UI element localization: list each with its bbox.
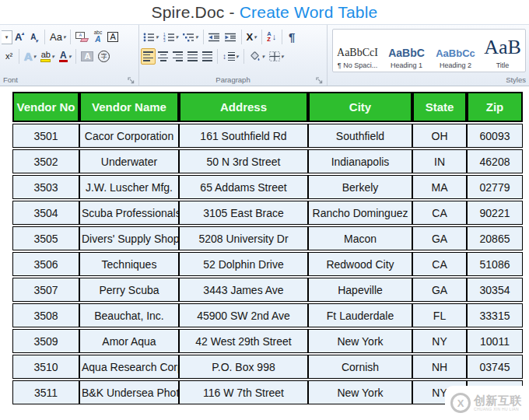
grow-font-button[interactable]: A▴ bbox=[12, 29, 27, 45]
table-cell: 3507 bbox=[12, 278, 79, 302]
page-title: Spire.Doc - Create Word Table bbox=[0, 0, 529, 24]
multilevel-list-button[interactable]: ▾ bbox=[180, 29, 201, 45]
character-border-button[interactable]: A bbox=[105, 29, 120, 45]
superscript-button[interactable]: x² bbox=[2, 48, 16, 65]
align-center-button[interactable] bbox=[156, 48, 170, 65]
table-cell: 161 Southfield Rd bbox=[179, 124, 308, 148]
show-formatting-marks-button[interactable]: ¶ bbox=[285, 29, 300, 45]
font-group-label: Font bbox=[3, 75, 18, 84]
style-heading-1[interactable]: AaBbC Heading 1 bbox=[382, 30, 431, 72]
chevron-down-icon: ▾ bbox=[254, 34, 257, 40]
bullet-list-button[interactable]: ▾ bbox=[141, 29, 161, 45]
font-color-glyph: A bbox=[60, 51, 67, 60]
watermark-logo-icon: X bbox=[450, 393, 471, 413]
table-cell: 3510 bbox=[12, 355, 79, 379]
chevron-down-icon: ▾ bbox=[281, 54, 284, 59]
paragraph-dialog-launcher[interactable] bbox=[316, 77, 323, 84]
phonetic-guide-icon: abc A bbox=[94, 30, 102, 44]
table-cell: Macon bbox=[308, 226, 412, 250]
highlight-icon: ab bbox=[40, 51, 51, 62]
font-size-dropdown-arrow[interactable]: ▾ bbox=[2, 30, 12, 44]
character-shading-icon: A bbox=[81, 51, 93, 61]
text-highlight-button[interactable]: ab ▾ bbox=[38, 48, 57, 65]
distributed-icon bbox=[202, 51, 212, 61]
column-header: City bbox=[308, 92, 412, 122]
table-cell: 3443 James Ave bbox=[179, 278, 308, 302]
column-header: Vendor Name bbox=[79, 92, 179, 122]
table-cell: 3502 bbox=[12, 149, 79, 173]
table-cell: 116 W 7th Street bbox=[179, 380, 308, 404]
shading-button[interactable]: ▾ bbox=[247, 48, 268, 65]
styles-gallery: AaBbCcI ¶ No Spaci... AaBbC Heading 1 Aa… bbox=[332, 29, 526, 72]
table-cell: J.W. Luscher Mfg. bbox=[79, 175, 179, 199]
justify-button[interactable] bbox=[185, 48, 200, 65]
style-no-spacing[interactable]: AaBbCcI ¶ No Spaci... bbox=[333, 30, 382, 72]
enclose-characters-icon: 字 bbox=[98, 51, 110, 62]
numbered-list-icon: 1 2 3 bbox=[163, 33, 175, 42]
table-cell: CA bbox=[412, 201, 467, 225]
asian-layout-button[interactable]: X▾ bbox=[244, 29, 259, 45]
table-cell: 3506 bbox=[12, 252, 79, 276]
grow-font-arrow-icon: ▴ bbox=[21, 30, 24, 36]
page-title-prefix: Spire.Doc - bbox=[152, 3, 235, 22]
separator bbox=[44, 30, 45, 44]
line-spacing-icon: ↕ bbox=[222, 52, 235, 61]
separator bbox=[241, 30, 242, 44]
ribbon-group-paragraph: ▾ 1 2 3 ▾ ▾ bbox=[138, 25, 327, 86]
asian-layout-icon: X bbox=[247, 32, 254, 42]
table-cell: Scuba Professionals bbox=[79, 201, 179, 225]
text-effects-button[interactable]: A▾ bbox=[22, 48, 38, 65]
clear-formatting-button[interactable]: A bbox=[73, 29, 90, 45]
style-preview: AaBbC bbox=[388, 47, 425, 59]
clear-formatting-icon: A bbox=[75, 32, 88, 42]
increase-indent-button[interactable] bbox=[222, 29, 239, 45]
line-spacing-button[interactable]: ↕ ▾ bbox=[220, 48, 241, 65]
table-cell: Hapeville bbox=[308, 278, 412, 302]
change-case-button[interactable]: Aa▾ bbox=[47, 29, 68, 45]
enclose-characters-button[interactable]: 字 bbox=[96, 48, 112, 65]
style-title[interactable]: AaB Title bbox=[480, 30, 525, 72]
eraser-icon bbox=[80, 38, 89, 42]
font-group-footer: Font bbox=[0, 75, 138, 85]
separator bbox=[282, 30, 282, 44]
table-cell: Perry Scuba bbox=[79, 278, 179, 302]
numbered-list-button[interactable]: 1 2 3 ▾ bbox=[161, 29, 181, 45]
table-cell: 3503 bbox=[12, 175, 79, 199]
table-cell: 42 West 29th Street bbox=[179, 329, 308, 353]
align-left-button[interactable] bbox=[141, 48, 156, 65]
character-shading-button[interactable]: A bbox=[79, 48, 96, 65]
table-cell: 51086 bbox=[467, 252, 523, 276]
chevron-down-icon: ▾ bbox=[156, 34, 159, 40]
style-heading-2[interactable]: AaBbCc Heading 2 bbox=[431, 30, 480, 72]
font-dialog-launcher[interactable] bbox=[128, 77, 135, 84]
table-cell: FL bbox=[412, 303, 467, 327]
table-row: 3501Cacor Corporation161 Southfield RdSo… bbox=[12, 124, 523, 148]
decrease-indent-button[interactable] bbox=[206, 29, 222, 45]
table-row: 3507Perry Scuba3443 James AveHapevilleGA… bbox=[12, 278, 523, 302]
distributed-button[interactable] bbox=[200, 48, 215, 65]
chevron-down-icon: ▾ bbox=[176, 34, 179, 40]
sort-button[interactable]: A Z ↓ bbox=[264, 29, 279, 45]
table-cell: Amor Aqua bbox=[79, 329, 179, 353]
chevron-down-icon: ▾ bbox=[68, 54, 72, 59]
table-cell: 30354 bbox=[467, 278, 523, 302]
table-cell: 3501 bbox=[12, 124, 79, 148]
bullet-list-icon bbox=[143, 33, 155, 42]
separator bbox=[70, 30, 71, 44]
table-cell: MA bbox=[412, 175, 467, 199]
vendor-table: Vendor NoVendor NameAddressCityStateZip … bbox=[12, 90, 523, 406]
shrink-font-button[interactable]: A▾ bbox=[27, 29, 42, 45]
change-case-glyph: Aa bbox=[50, 32, 62, 42]
align-right-button[interactable] bbox=[170, 48, 185, 65]
style-preview: AaBbCc bbox=[436, 47, 475, 59]
chevron-down-icon: ▾ bbox=[195, 34, 198, 40]
font-color-button[interactable]: A ▾ bbox=[57, 48, 74, 65]
multilevel-list-icon bbox=[183, 33, 194, 42]
phonetic-guide-button[interactable]: abc A bbox=[90, 29, 105, 45]
table-cell: 60093 bbox=[467, 124, 523, 148]
table-cell: Cacor Corporation bbox=[79, 124, 179, 148]
shrink-font-arrow-icon: ▾ bbox=[35, 38, 38, 44]
borders-button[interactable]: ▾ bbox=[267, 48, 286, 65]
column-header: Zip bbox=[467, 92, 523, 122]
styles-group-label: Styles bbox=[506, 75, 526, 84]
